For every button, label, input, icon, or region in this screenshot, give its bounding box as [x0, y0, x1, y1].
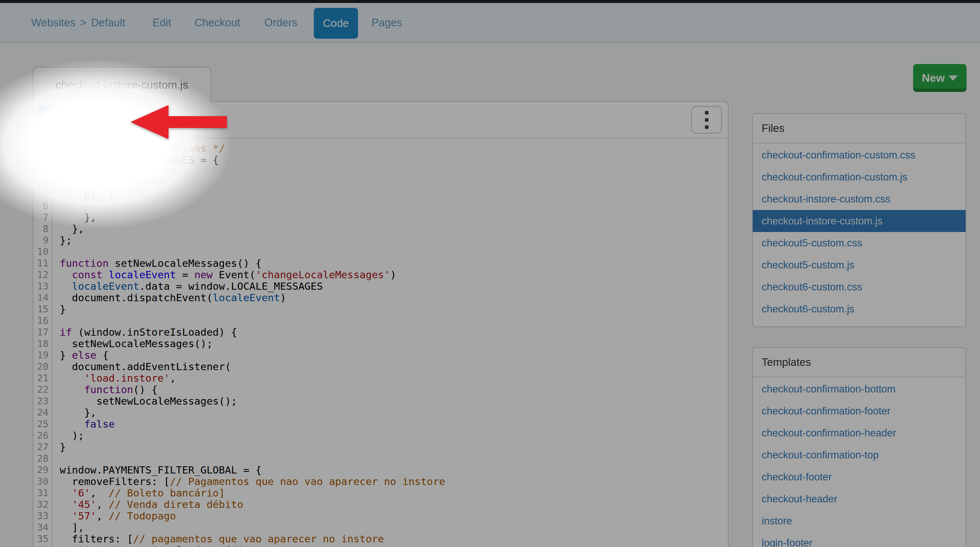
breadcrumb-default[interactable]: Default: [91, 16, 125, 29]
code-line[interactable]: } else {: [60, 349, 445, 361]
line-number: 11: [33, 258, 49, 269]
line-number: 12: [33, 269, 49, 281]
line-number: 23: [33, 395, 49, 407]
code-line[interactable]: '57', // Todopago: [60, 510, 445, 522]
code-line[interactable]: };: [60, 234, 445, 246]
code-line[interactable]: [60, 453, 445, 464]
nav-tab-code-active[interactable]: Code: [314, 8, 358, 39]
code-line[interactable]: filters: [// pagamentos que vao aparecer…: [60, 533, 445, 545]
line-number: 4: [33, 177, 49, 189]
code-line[interactable]: removeFilters: [// Pagamentos que nao va…: [60, 476, 445, 487]
code-line[interactable]: window.LOCALE_MESSAGES = {: [60, 154, 445, 166]
code-line[interactable]: },: [60, 223, 445, 234]
save-button-label: Save: [62, 113, 91, 127]
code-line[interactable]: document.addEventListener(: [60, 361, 445, 372]
code-line[interactable]: locale: 'en',: [60, 166, 445, 177]
nav-tab-edit[interactable]: Edit: [153, 3, 171, 42]
line-number: 19: [33, 349, 49, 361]
template-link[interactable]: checkout-footer: [753, 466, 966, 488]
line-number: 29: [33, 464, 49, 476]
template-link[interactable]: checkout-header: [753, 488, 966, 510]
save-button[interactable]: Save: [38, 106, 96, 134]
file-link[interactable]: checkout-confirmation-custom.js: [753, 166, 966, 188]
breadcrumb: Websites>Default: [31, 3, 125, 42]
line-number-gutter: 1234567891011121314151617181920212223242…: [33, 139, 52, 547]
templates-panel: Templates checkout-confirmation-bottomch…: [752, 347, 966, 547]
code-content[interactable]: /* Locale configurations */window.LOCALE…: [52, 139, 445, 547]
line-number: 8: [33, 223, 49, 234]
template-link[interactable]: login-footer: [753, 532, 966, 547]
code-line[interactable]: false: [60, 418, 445, 430]
code-line[interactable]: setNewLocaleMessages();: [60, 395, 445, 407]
code-line[interactable]: '3', '4', // Cartão de crédito: [60, 545, 445, 547]
nav-tab-checkout[interactable]: Checkout: [194, 3, 240, 42]
code-line[interactable]: 'load.instore',: [60, 372, 445, 384]
code-line[interactable]: document.dispatchEvent(localeEvent): [60, 292, 445, 303]
template-link[interactable]: checkout-confirmation-header: [753, 422, 966, 444]
line-number: 34: [33, 522, 49, 533]
chevron-down-icon: [948, 75, 958, 81]
template-link[interactable]: checkout-confirmation-bottom: [753, 378, 966, 400]
code-line[interactable]: function setNewLocaleMessages() {: [60, 258, 445, 269]
line-number: 21: [33, 372, 49, 384]
line-number: 14: [33, 292, 49, 303]
template-link[interactable]: instore: [753, 510, 966, 532]
file-link-selected[interactable]: checkout-instore-custom.js: [753, 210, 966, 232]
code-line[interactable]: messages: {: [60, 177, 445, 189]
file-link[interactable]: checkout5-custom.css: [753, 232, 966, 254]
code-line[interactable]: ],: [60, 522, 445, 533]
code-line[interactable]: localeEvent.data = window.LOCALE_MESSAGE…: [60, 281, 445, 292]
code-line[interactable]: pt: {: [60, 189, 445, 200]
code-line[interactable]: /* Locale configurations */: [60, 143, 445, 154]
code-line[interactable]: '6', // Boleto bancário]: [60, 487, 445, 499]
line-number: 9: [33, 234, 49, 246]
line-number: 5: [33, 189, 49, 200]
template-link[interactable]: checkout-confirmation-footer: [753, 400, 966, 422]
code-line[interactable]: '45', // Venda direta débito: [60, 499, 445, 510]
code-line[interactable]: if (window.inStoreIsLoaded) {: [60, 327, 445, 338]
code-line[interactable]: }: [60, 303, 445, 315]
breadcrumb-websites[interactable]: Websites: [31, 16, 75, 29]
line-number: 31: [33, 487, 49, 499]
line-number: 25: [33, 418, 49, 430]
line-number: 30: [33, 476, 49, 487]
code-line[interactable]: [60, 200, 445, 212]
kebab-menu-icon[interactable]: [691, 106, 722, 134]
line-number: 36: [33, 545, 49, 547]
line-number: 3: [33, 166, 49, 177]
new-button[interactable]: New: [913, 64, 967, 92]
code-line[interactable]: [60, 315, 445, 327]
code-line[interactable]: );: [60, 430, 445, 441]
code-editor-panel: Save 12345678910111213141516171819202122…: [33, 101, 729, 547]
line-number: 22: [33, 384, 49, 395]
code-line[interactable]: setNewLocaleMessages();: [60, 338, 445, 349]
code-line[interactable]: }: [60, 441, 445, 453]
code-editor[interactable]: 1234567891011121314151617181920212223242…: [33, 139, 728, 547]
code-line[interactable]: function() {: [60, 384, 445, 395]
file-link[interactable]: checkout-instore-custom.css: [753, 188, 966, 210]
line-number: 1: [33, 143, 49, 154]
nav-tab-pages[interactable]: Pages: [371, 3, 402, 42]
line-number: 6: [33, 200, 49, 212]
line-number: 15: [33, 303, 49, 315]
file-link[interactable]: checkout6-custom.js: [753, 298, 966, 320]
file-link[interactable]: checkout5-custom.js: [753, 254, 966, 276]
editor-toolbar: Save: [33, 102, 728, 139]
file-link[interactable]: checkout6-custom.css: [753, 276, 966, 298]
code-line[interactable]: [60, 246, 445, 258]
file-link[interactable]: checkout-confirmation-custom.css: [753, 144, 966, 166]
line-number: 26: [33, 430, 49, 441]
nav-tab-orders[interactable]: Orders: [264, 3, 298, 42]
code-line[interactable]: },: [60, 407, 445, 418]
editor-file-tab[interactable]: checkout-instore-custom.js: [33, 67, 211, 102]
top-black-bar: [0, 0, 980, 3]
template-link[interactable]: checkout-confirmation-top: [753, 444, 966, 466]
line-number: 24: [33, 407, 49, 418]
code-line[interactable]: },: [60, 212, 445, 223]
code-line[interactable]: const localeEvent = new Event('changeLoc…: [60, 269, 445, 281]
code-line[interactable]: window.PAYMENTS_FILTER_GLOBAL = {: [60, 464, 445, 476]
line-number: 10: [33, 246, 49, 258]
templates-list: checkout-confirmation-bottomcheckout-con…: [753, 377, 966, 547]
save-icon: [43, 113, 57, 127]
line-number: 33: [33, 510, 49, 522]
